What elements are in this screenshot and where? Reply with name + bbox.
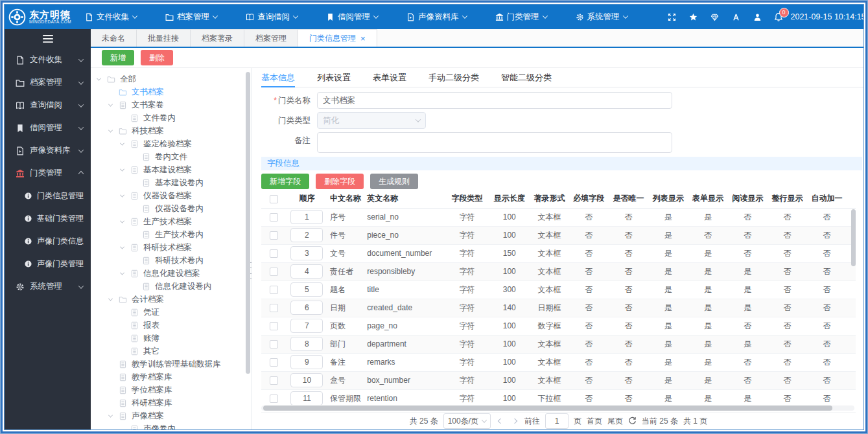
tree-item[interactable]: 声像档案 [96,409,245,422]
order-input[interactable]: 2 [290,228,323,242]
category-name-input[interactable] [317,92,672,109]
expand-arrow-icon[interactable] [109,298,119,301]
tree-item[interactable]: 学位档案库 [96,383,245,396]
row-checkbox[interactable] [270,286,278,294]
order-input[interactable]: 4 [290,264,323,279]
order-input[interactable]: 9 [290,355,323,369]
row-checkbox[interactable] [270,358,278,367]
font-size-icon[interactable] [731,12,742,22]
last-page-link[interactable]: 尾页 [607,416,623,427]
tree-item[interactable]: 全部 [96,73,245,86]
prev-page-button[interactable] [496,418,505,424]
sidebar-subitem[interactable]: 声像门类管理 [5,253,91,275]
tree-item[interactable]: 基本建设档案 [96,163,245,176]
tree-item[interactable]: 文书案卷 [96,98,245,111]
order-input[interactable]: 3 [290,246,323,260]
tree-item[interactable]: 仪器设备卷内 [96,202,245,215]
tree-item[interactable]: 会计档案 [96,293,245,306]
nav-menu-item[interactable]: 查询借阅 [246,12,298,23]
bell-icon[interactable]: 0 [774,12,783,21]
add-button[interactable]: 新增 [102,50,134,65]
select-all-checkbox[interactable] [270,195,278,203]
row-checkbox[interactable] [270,394,278,403]
sidebar-item[interactable]: 系统管理 [5,275,91,298]
sidebar-item[interactable]: 档案管理 [5,71,91,94]
page-size-select[interactable]: 100条/页 [443,413,491,429]
first-page-link[interactable]: 首页 [587,416,602,427]
remark-textarea[interactable] [317,132,672,153]
open-tab[interactable]: 未命名 [91,29,137,47]
user-icon[interactable] [753,12,763,22]
sidebar-item[interactable]: 声像资料库 [5,139,91,162]
panel-splitter-handle[interactable] [250,262,252,279]
next-page-button[interactable] [510,418,519,424]
open-tab[interactable]: 批量挂接 [137,29,191,47]
category-type-select[interactable]: 简化 [317,112,426,129]
tree-item[interactable]: 教学档案库 [96,371,245,383]
tree-item[interactable]: 教学训练管理基础数据库 [96,358,245,371]
page-number-input[interactable] [545,413,569,429]
delete-button[interactable]: 删除 [141,50,173,65]
sidebar-item[interactable]: 门类管理 [5,162,91,185]
order-input[interactable]: 5 [290,282,323,297]
table-vertical-scrollbar[interactable] [851,209,856,274]
nav-menu-item[interactable]: 借阅管理 [326,12,378,23]
tree-item[interactable]: 科研档案库 [96,396,245,409]
sidebar-item[interactable]: 借阅管理 [5,117,91,139]
order-input[interactable]: 1 [290,210,323,224]
nav-menu-item[interactable]: 系统管理 [576,12,628,23]
expand-arrow-icon[interactable] [109,130,119,133]
close-icon[interactable]: × [360,34,366,43]
sidebar-item[interactable]: 查询借阅 [5,94,91,117]
delete-field-button[interactable]: 删除字段 [316,174,364,189]
refresh-icon[interactable] [628,417,637,426]
nav-menu-item[interactable]: 门类管理 [495,12,547,23]
detail-tab[interactable]: 智能二级分类 [501,68,552,87]
star-icon[interactable] [688,12,699,22]
tree-item[interactable]: 报表 [96,319,245,332]
expand-arrow-icon[interactable] [121,220,130,223]
nav-menu-item[interactable]: 声像资料库 [406,12,467,23]
collapse-menu-icon[interactable] [5,29,91,49]
expand-arrow-icon[interactable] [109,415,119,418]
tree-item[interactable]: 基本建设卷内 [96,176,245,189]
diamond-icon[interactable] [710,12,720,22]
detail-tab[interactable]: 基本信息 [261,68,295,87]
order-input[interactable]: 8 [290,337,323,351]
row-checkbox[interactable] [270,322,278,330]
row-checkbox[interactable] [270,304,278,312]
detail-tab[interactable]: 手动二级分类 [428,68,479,87]
expand-arrow-icon[interactable] [121,168,130,172]
expand-arrow-icon[interactable] [97,78,107,81]
tree-item[interactable]: 信息化建设档案 [96,267,245,280]
order-input[interactable]: 7 [290,319,323,333]
row-checkbox[interactable] [270,249,278,258]
sidebar-subitem[interactable]: 基础门类管理 [5,207,91,230]
open-tab[interactable]: 档案管理 [244,29,298,47]
tree-item[interactable]: 凭证 [96,306,245,319]
tree-item[interactable]: 仪器设备档案 [96,189,245,202]
row-checkbox[interactable] [270,231,278,240]
tree-item[interactable]: 信息化建设卷内 [96,280,245,293]
expand-arrow-icon[interactable] [121,194,130,198]
tree-item[interactable]: 卷内文件 [96,150,245,163]
sidebar-subitem[interactable]: 声像门类信息 [5,230,91,253]
add-field-button[interactable]: 新增字段 [261,174,309,189]
order-input[interactable]: 6 [290,301,323,315]
tree-item[interactable]: 科研技术档案 [96,241,245,254]
open-tab[interactable]: 门类信息管理 × [298,29,377,47]
expand-arrow-icon[interactable] [121,143,130,146]
row-checkbox[interactable] [270,340,278,348]
order-input[interactable]: 10 [290,373,323,387]
sidebar-item[interactable]: 文件收集 [5,49,91,71]
nav-menu-item[interactable]: 档案管理 [165,12,217,23]
open-tab[interactable]: 档案著录 [191,29,244,47]
table-horizontal-scrollbar[interactable] [261,405,854,411]
order-input[interactable]: 11 [290,391,323,405]
generate-rule-button[interactable]: 生成规则 [370,174,418,189]
sidebar-subitem[interactable]: 门类信息管理 [5,185,91,207]
row-checkbox[interactable] [270,268,278,276]
tree-item[interactable]: 账簿 [96,332,245,345]
tree-scrollbar[interactable] [246,72,250,400]
tree-item[interactable]: 科技档案 [96,124,245,137]
